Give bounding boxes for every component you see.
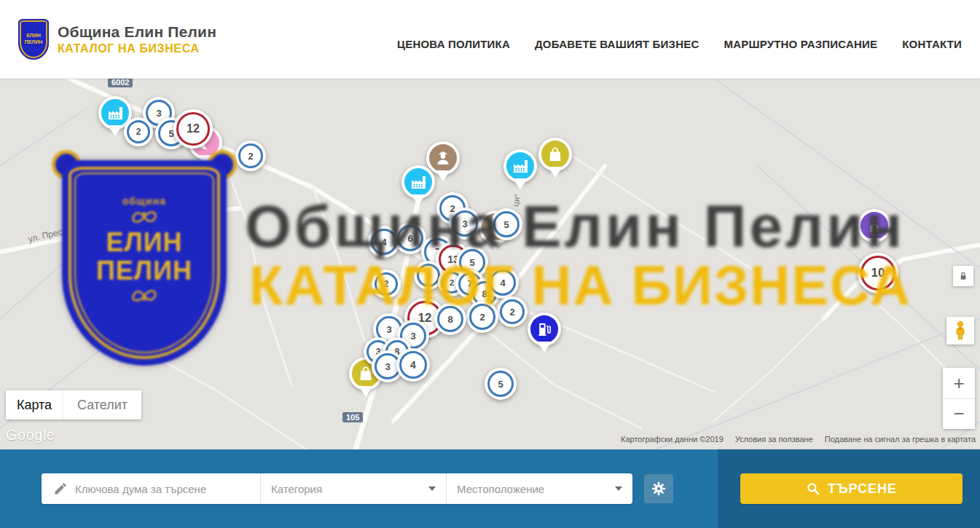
shopping-bag-icon [538, 138, 572, 171]
zoom-control: + − [943, 368, 975, 429]
attribution-terms-link[interactable]: Условия за ползване [735, 435, 813, 444]
category-dropdown[interactable]: Категория [260, 473, 446, 504]
factory-icon [401, 165, 435, 199]
cluster-marker[interactable]: 2 [497, 296, 528, 327]
cluster-marker[interactable]: 5 [485, 368, 517, 400]
nav-contacts[interactable]: КОНТАКТИ [902, 38, 962, 50]
factory-icon [503, 149, 537, 183]
church-pin[interactable] [855, 207, 893, 245]
site-subtitle: КАТАЛОГ НА БИЗНЕСА [58, 42, 216, 55]
search-icon [806, 481, 820, 496]
cluster-marker[interactable]: 2 [235, 141, 266, 171]
chevron-down-icon [428, 486, 436, 491]
cluster-marker[interactable]: 2 [124, 117, 153, 146]
search-button[interactable]: ТЪРСЕНЕ [740, 473, 963, 504]
fullscreen-lock-button[interactable] [953, 266, 973, 286]
gear-icon [651, 481, 667, 497]
cluster-marker[interactable]: 8 [434, 303, 466, 335]
zoom-out-button[interactable]: − [943, 399, 975, 430]
google-logo[interactable]: Google [6, 427, 55, 444]
chevron-down-icon [615, 486, 622, 491]
cluster-marker[interactable]: 12 [173, 109, 213, 149]
shopping-bag-pin[interactable] [536, 135, 574, 173]
factory-pin[interactable] [501, 147, 539, 185]
attribution-copyright: Картографски данни ©2019 [621, 435, 724, 444]
nav-pricing-policy[interactable]: ЦЕНОВА ПОЛИТИКА [397, 38, 510, 50]
attribution-report-link[interactable]: Подаване на сигнал за грешка в картата [825, 435, 976, 444]
google-map[interactable]: ул. Преслав бул. „Новоселци“ ци“ 6002 10… [0, 79, 980, 449]
factory-pin[interactable] [399, 163, 437, 201]
nav-add-business[interactable]: ДОБАВЕТЕ ВАШИЯТ БИЗНЕС [535, 38, 699, 50]
cluster-marker[interactable]: 2 [372, 269, 401, 299]
search-button-label: ТЪРСЕНЕ [828, 481, 897, 497]
map-type-satellite-button[interactable]: Сателит [63, 390, 141, 419]
map-type-control: Карта Сателит [6, 390, 141, 419]
site-logo[interactable]: ЕЛИН ПЕЛИН Община Елин Пелин КАТАЛОГ НА … [18, 19, 216, 60]
zoom-in-button[interactable]: + [943, 368, 975, 399]
pencil-icon [53, 481, 68, 496]
crest-text: ЕЛИН ПЕЛИН [23, 33, 44, 46]
cluster-marker[interactable]: 3 [449, 208, 481, 240]
site-title: Община Елин Пелин [58, 23, 216, 41]
pegman-icon [952, 320, 969, 341]
keyword-search-input[interactable] [42, 473, 260, 504]
cluster-marker[interactable]: 4 [396, 348, 430, 382]
church-icon [858, 209, 891, 243]
page: ЕЛИН ПЕЛИН Община Елин Пелин КАТАЛОГ НА … [0, 0, 980, 528]
search-fields: Категория Местоположение [42, 473, 632, 504]
keyword-field [42, 473, 260, 504]
lock-icon [957, 270, 969, 282]
cluster-marker[interactable]: 10 [858, 253, 898, 293]
search-button-panel: ТЪРСЕНЕ [718, 449, 980, 528]
cluster-marker[interactable]: 2 [466, 301, 498, 333]
map-type-map-button[interactable]: Карта [6, 390, 63, 419]
map-attribution: Картографски данни ©2019 Условия за полз… [621, 435, 976, 444]
markers-layer: 32512223546713524278422128333834510 [0, 79, 980, 449]
fuel-icon [528, 312, 561, 346]
cluster-marker[interactable]: 5 [490, 208, 522, 240]
municipality-crest-icon: ЕЛИН ПЕЛИН [18, 19, 49, 60]
location-dropdown-label: Местоположение [457, 483, 544, 495]
search-bar: Категория Местоположение [0, 449, 980, 528]
advanced-settings-button[interactable] [644, 474, 673, 503]
nav-route-schedule[interactable]: МАРШРУТНО РАЗПИСАНИЕ [724, 38, 877, 50]
category-dropdown-label: Категория [271, 483, 322, 495]
cluster-marker[interactable]: 4 [487, 267, 519, 299]
header: ЕЛИН ПЕЛИН Община Елин Пелин КАТАЛОГ НА … [0, 0, 980, 79]
fuel-pin[interactable] [525, 310, 563, 348]
main-nav: ЦЕНОВА ПОЛИТИКА ДОБАВЕТЕ ВАШИЯТ БИЗНЕС М… [397, 38, 962, 50]
location-dropdown[interactable]: Местоположение [446, 473, 632, 504]
street-view-pegman-button[interactable] [946, 317, 974, 344]
